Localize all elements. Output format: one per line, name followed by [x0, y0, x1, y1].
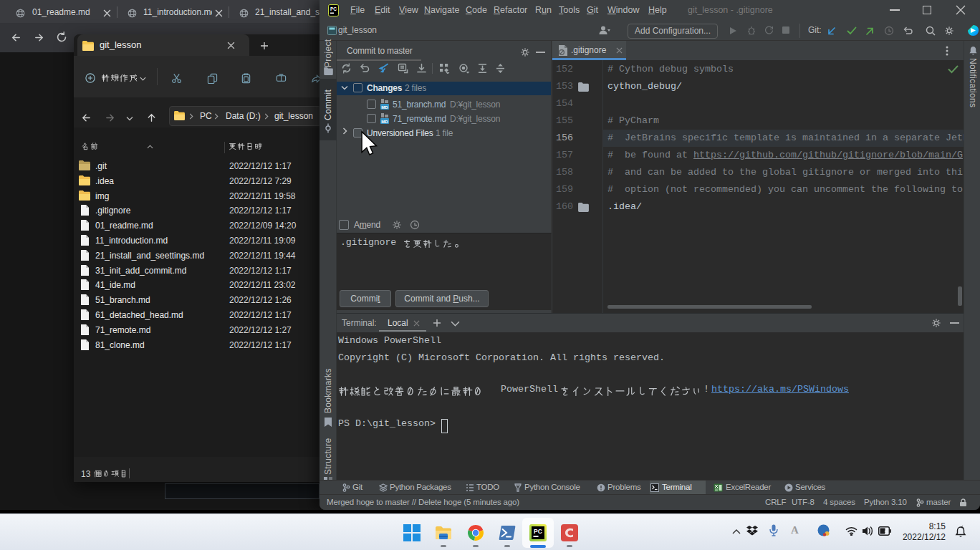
svg-text:PC: PC — [534, 528, 542, 535]
svg-text:PC: PC — [330, 6, 337, 11]
svg-text:MD: MD — [381, 120, 388, 124]
svg-text:MD: MD — [381, 105, 388, 110]
